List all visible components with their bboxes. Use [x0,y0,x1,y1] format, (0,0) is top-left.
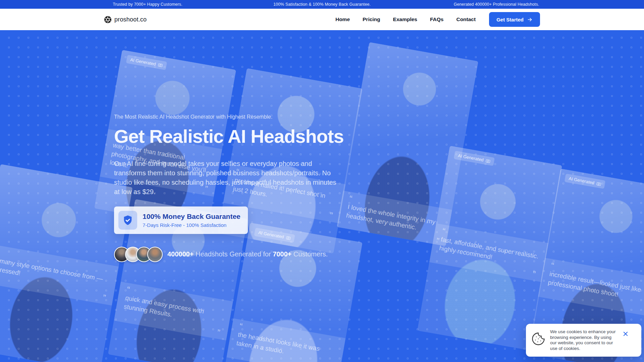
stats-text: Headshots Generated for [194,250,273,258]
cookie-notice: We use cookies to enhance your browsing … [526,324,641,357]
shield-icon-tile [118,211,137,230]
stats-text: Customers. [291,250,328,258]
page: Trusted by 7000+ Happy Customers.100% Sa… [0,0,644,362]
nav-links: HomePricingExamplesFAQsContact [335,16,476,22]
cookie-icon [531,332,545,351]
social-proof-row: 400000+ Headshots Generated for 7000+ Cu… [114,247,349,262]
guarantee-subtitle: 7-Days Risk-Free - 100% Satisfaction [143,222,240,228]
announcement-bar: Trusted by 7000+ Happy Customers.100% Sa… [0,0,644,9]
hero-section: AI Generatedway better than traditional … [0,30,644,362]
guarantee-title: 100% Money Back Guarantee [143,212,240,221]
hero-content: The Most Realistic AI Headshot Generator… [114,114,349,262]
brand-logo[interactable]: proshoot.co [104,16,147,23]
nav-link-home[interactable]: Home [335,16,350,22]
arrow-right-icon [527,17,533,22]
get-started-button[interactable]: Get Started [489,12,540,27]
cookie-close-button[interactable] [622,330,629,338]
navbar: proshoot.co HomePricingExamplesFAQsConta… [0,9,644,30]
customer-avatar [147,247,163,262]
cookie-message: We use cookies to enhance your browsing … [550,329,617,351]
hero-tagline: The Most Realistic AI Headshot Generator… [114,114,349,120]
shield-check-icon [122,215,133,226]
announcement-text: 100% Satisfaction & 100% Money Back Guar… [235,2,409,7]
announcement-items: Trusted by 7000+ Happy Customers.100% Sa… [60,2,584,7]
announcement-text: Trusted by 7000+ Happy Customers. [60,2,235,7]
hero-heading: Get Realistic AI Headshots [114,126,349,147]
camera-icon [596,181,601,186]
headshot-stats: 400000+ Headshots Generated for 7000+ Cu… [167,250,328,258]
get-started-label: Get Started [496,17,524,22]
nav-link-contact[interactable]: Contact [456,16,476,22]
camera-icon [158,62,163,68]
camera-icon [485,158,491,164]
brand-name: proshoot.co [114,16,147,23]
close-icon [623,331,629,337]
customer-avatars [114,247,163,262]
nav-link-pricing[interactable]: Pricing [363,16,380,22]
money-back-guarantee-card: 100% Money Back Guarantee 7-Days Risk-Fr… [114,206,248,234]
announcement-text: Generated 400000+ Professional Headshots… [409,2,584,7]
hero-description: Our AI fine-tuning model takes your self… [114,159,339,196]
nav-link-examples[interactable]: Examples [393,16,417,22]
nav-link-faqs[interactable]: FAQs [430,16,443,22]
aperture-logo-icon [104,16,112,23]
stats-number: 400000+ [167,250,194,258]
stats-number: 7000+ [273,250,291,258]
